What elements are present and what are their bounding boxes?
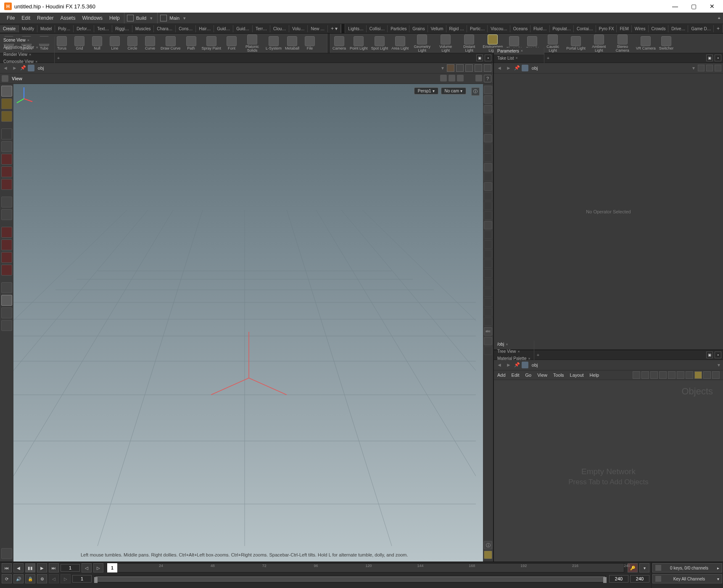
help-icon[interactable]: ? xyxy=(484,75,491,82)
net-opt-5[interactable] xyxy=(668,371,676,379)
red-tool-2[interactable] xyxy=(1,166,12,177)
display-opt-10[interactable] xyxy=(484,173,492,181)
snap-tool-2[interactable] xyxy=(1,239,12,250)
chevron-down-icon[interactable]: ▾ xyxy=(440,65,445,71)
lock-tool[interactable] xyxy=(1,141,12,152)
shelf-tab[interactable]: Collisi… xyxy=(367,25,388,32)
menu-file[interactable]: File xyxy=(3,13,18,23)
tool-area-light[interactable]: Area Light xyxy=(390,33,410,53)
range-bar[interactable] xyxy=(95,577,605,582)
menu-assets[interactable]: Assets xyxy=(57,13,79,23)
display-opt-19[interactable] xyxy=(484,260,492,268)
shelf-add[interactable]: + xyxy=(714,24,723,33)
select-tool-alt[interactable] xyxy=(1,98,12,109)
menu-render[interactable]: Render xyxy=(34,13,57,23)
next-frame-button[interactable]: ▶ xyxy=(37,563,47,572)
play-button[interactable]: ▮▮ xyxy=(25,563,35,572)
shelf-add[interactable]: + ▾ xyxy=(328,24,341,33)
network-menu-help[interactable]: Help xyxy=(590,373,599,378)
tool-circle[interactable]: Circle xyxy=(124,33,141,53)
pin-icon[interactable]: 📌 xyxy=(514,362,520,368)
display-opt-13[interactable] xyxy=(484,202,492,210)
tool-metaball[interactable]: Metaball xyxy=(283,33,301,53)
bone-tool[interactable] xyxy=(1,197,12,207)
tool-torus[interactable]: Torus xyxy=(53,33,71,53)
step-back-button[interactable]: ◁ xyxy=(49,574,59,583)
forward-icon[interactable]: ► xyxy=(505,65,512,71)
display-opt-25[interactable] xyxy=(484,318,492,326)
pane-tab[interactable]: Animation Editor × xyxy=(0,44,55,51)
shelf-tab[interactable]: Contai… xyxy=(574,25,596,32)
tool-camera[interactable]: Camera xyxy=(330,33,348,53)
layout-icon[interactable] xyxy=(475,75,482,81)
shelf-tab[interactable]: Vellum xyxy=(428,25,446,32)
pane-tab[interactable]: Render View × xyxy=(0,51,55,58)
network-view[interactable]: Objects Empty Network Press Tab to Add O… xyxy=(494,380,723,562)
display-opt-abc[interactable]: abc xyxy=(484,327,492,336)
tool-font[interactable]: Font xyxy=(223,33,240,53)
shelf-tab[interactable]: Poly… xyxy=(55,25,74,32)
shelf-tab[interactable]: Populat… xyxy=(550,25,574,32)
handle-icon[interactable] xyxy=(440,75,447,81)
pin-icon[interactable]: 📌 xyxy=(20,65,26,71)
display-opt-16[interactable] xyxy=(484,231,492,239)
options-button[interactable]: ⚙ xyxy=(37,574,47,583)
tool-point-light[interactable]: Point Light xyxy=(348,33,369,53)
shelf-tab[interactable]: Grains xyxy=(409,25,427,32)
display-opt-26[interactable] xyxy=(484,337,492,345)
tool-volume-light[interactable]: Volume Light xyxy=(434,33,457,53)
scope-button[interactable]: ▾ xyxy=(639,563,649,572)
tool-switcher[interactable]: Switcher xyxy=(657,33,676,53)
range-lock-button[interactable]: 🔒 xyxy=(25,574,35,583)
add-pane-icon[interactable]: + xyxy=(718,16,723,21)
realtime-button[interactable]: ⟳ xyxy=(2,574,12,583)
range-end-handle[interactable] xyxy=(603,577,607,583)
tool-draw-curve[interactable]: Draw Curve xyxy=(159,33,182,53)
chevron-down-icon[interactable]: ▾ xyxy=(691,65,696,71)
tool-spot-light[interactable]: Spot Light xyxy=(369,33,390,53)
display-opt-23[interactable] xyxy=(484,298,492,307)
back-icon[interactable]: ◄ xyxy=(496,65,503,71)
network-menu-edit[interactable]: Edit xyxy=(512,373,520,378)
param-opt-3[interactable] xyxy=(715,65,721,71)
menu-help[interactable]: Help xyxy=(106,13,123,23)
display-opt-5[interactable] xyxy=(484,124,492,133)
display-opt-20[interactable] xyxy=(484,269,492,278)
prev-key-button[interactable]: ◁ xyxy=(82,563,92,572)
desktop-chooser-right[interactable]: Main ▾ xyxy=(157,13,717,24)
tool-null[interactable]: Null xyxy=(88,33,106,53)
shelf-tab[interactable]: Game D… xyxy=(688,25,714,32)
cplane-tool[interactable] xyxy=(1,548,12,559)
shelf-tab[interactable]: Volu… xyxy=(289,25,308,32)
snapshot-icon[interactable] xyxy=(456,64,464,72)
pane-maximize-icon[interactable]: ▣ xyxy=(476,55,483,61)
pane-maximize-icon[interactable]: ▣ xyxy=(706,352,713,358)
shelf-tab[interactable]: Drive… xyxy=(668,25,688,32)
shelf-tab[interactable]: Modify xyxy=(19,25,37,32)
options-icon[interactable] xyxy=(484,64,491,72)
range-end-input[interactable] xyxy=(609,575,628,583)
display-opt-22[interactable] xyxy=(484,289,492,297)
net-opt-1[interactable] xyxy=(633,371,640,379)
snap-tool-3[interactable] xyxy=(1,252,12,263)
global-end-input[interactable] xyxy=(630,575,649,583)
shelf-tab[interactable]: Crowds xyxy=(649,25,669,32)
tool-spray-paint[interactable]: Spray Paint xyxy=(200,33,223,53)
display-opt-2[interactable] xyxy=(484,95,492,104)
pane-close-icon[interactable]: ▪ xyxy=(715,352,721,358)
tool-ambient-light[interactable]: Ambient Light xyxy=(587,33,611,53)
prev-frame-button[interactable]: ◀ xyxy=(13,563,24,572)
shelf-tab[interactable]: Create xyxy=(0,25,19,32)
pose-tool[interactable] xyxy=(1,209,12,220)
view-tool-2[interactable] xyxy=(1,295,12,306)
display-opt-14[interactable] xyxy=(484,211,492,220)
info-icon[interactable]: ⓘ xyxy=(471,87,480,96)
close-button[interactable]: ✕ xyxy=(703,0,721,13)
net-opt-8[interactable] xyxy=(694,371,702,379)
net-opt-9[interactable] xyxy=(703,371,711,379)
display-opt-27[interactable] xyxy=(484,346,492,355)
network-menu-add[interactable]: Add xyxy=(497,373,506,378)
red-tool-1[interactable] xyxy=(1,154,12,165)
snap-tool-4[interactable] xyxy=(1,265,12,276)
shelf-tab[interactable]: Oceans xyxy=(510,25,530,32)
